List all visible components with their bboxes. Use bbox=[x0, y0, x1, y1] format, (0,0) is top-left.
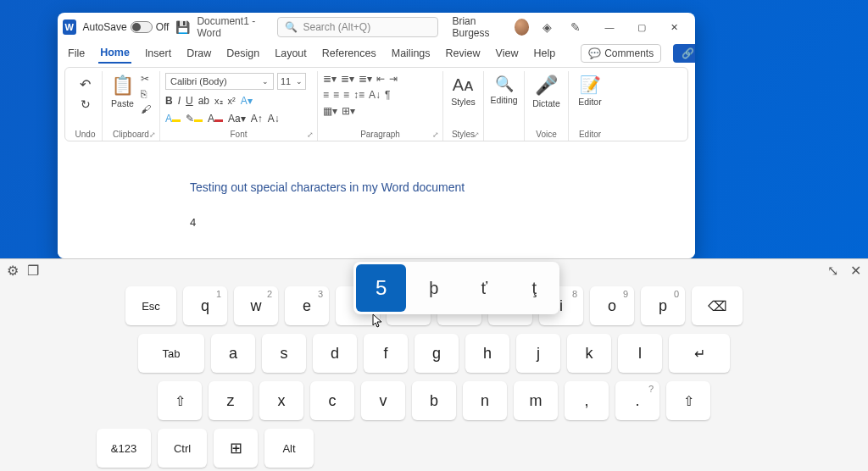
document-area[interactable]: Testing out special characters in my Wor… bbox=[58, 147, 695, 258]
font-size-dropdown[interactable]: 11⌄ bbox=[277, 73, 306, 90]
tab-mailings[interactable]: Mailings bbox=[390, 44, 432, 63]
keyboard-close-icon[interactable]: ✕ bbox=[850, 263, 861, 279]
key-k[interactable]: k bbox=[567, 334, 611, 373]
key-v[interactable]: v bbox=[361, 381, 405, 420]
tab-help[interactable]: Help bbox=[531, 44, 557, 63]
key-l[interactable]: l bbox=[618, 334, 662, 373]
italic-button[interactable]: I bbox=[178, 94, 181, 108]
key-m[interactable]: m bbox=[514, 381, 558, 420]
multilevel-button[interactable]: ≣▾ bbox=[359, 73, 372, 85]
key-n[interactable]: n bbox=[463, 381, 507, 420]
tab-file[interactable]: File bbox=[66, 44, 86, 63]
dictate-button[interactable]: 🎤 Dictate bbox=[529, 73, 564, 110]
launcher-icon[interactable]: ⤢ bbox=[473, 130, 480, 139]
increase-indent-button[interactable]: ⇥ bbox=[389, 73, 398, 85]
document-body[interactable]: 4 bbox=[190, 216, 614, 229]
tab-view[interactable]: View bbox=[494, 44, 520, 63]
key-q[interactable]: q1 bbox=[183, 286, 227, 325]
maximize-button[interactable]: ▢ bbox=[626, 13, 658, 42]
key-s[interactable]: s bbox=[262, 334, 306, 373]
change-case-button[interactable]: Aa▾ bbox=[228, 112, 246, 125]
tab-review[interactable]: Review bbox=[444, 44, 482, 63]
comments-button[interactable]: 💬 Comments bbox=[581, 44, 661, 63]
popup-option-ţ[interactable]: ţ bbox=[509, 262, 559, 314]
key-alt[interactable]: Alt bbox=[264, 429, 314, 468]
paste-button[interactable]: 📋 Paste bbox=[108, 73, 137, 110]
tab-draw[interactable]: Draw bbox=[185, 44, 213, 63]
key-f[interactable]: f bbox=[364, 334, 408, 373]
highlight-button[interactable]: ✎ bbox=[186, 112, 203, 125]
key-o[interactable]: o9 bbox=[590, 286, 634, 325]
font-name-dropdown[interactable]: Calibri (Body)⌄ bbox=[165, 73, 274, 90]
key-c[interactable]: c bbox=[310, 381, 354, 420]
tab-references[interactable]: References bbox=[320, 44, 378, 63]
key-a[interactable]: a bbox=[211, 334, 255, 373]
key-tab[interactable]: Tab bbox=[138, 334, 204, 373]
pen-icon[interactable]: ✎ bbox=[565, 20, 587, 34]
underline-button[interactable]: U bbox=[186, 94, 193, 108]
borders-button[interactable]: ⊞▾ bbox=[342, 105, 355, 117]
undo-icon[interactable]: ↶ bbox=[80, 76, 91, 92]
popup-option-ť[interactable]: ť bbox=[459, 262, 509, 314]
dock-icon[interactable]: ⤡ bbox=[827, 263, 838, 279]
save-icon[interactable]: 💾 bbox=[175, 20, 190, 34]
format-painter-icon[interactable]: 🖌 bbox=[141, 103, 151, 115]
align-left-button[interactable]: ≡ bbox=[323, 89, 329, 101]
styles-button[interactable]: Aᴀ Styles bbox=[448, 73, 479, 108]
share-button[interactable]: 🔗 Share bbox=[673, 44, 695, 63]
key-,[interactable]: , bbox=[565, 381, 609, 420]
sort-button[interactable]: A↓ bbox=[369, 89, 381, 101]
line-spacing-button[interactable]: ↕≡ bbox=[353, 89, 364, 101]
gear-icon[interactable]: ⚙ bbox=[7, 263, 19, 279]
key-z[interactable]: z bbox=[209, 381, 253, 420]
toggle-switch[interactable] bbox=[131, 21, 153, 33]
key-p[interactable]: p0 bbox=[641, 286, 685, 325]
key-.[interactable]: .? bbox=[615, 381, 659, 420]
key-j[interactable]: j bbox=[516, 334, 560, 373]
shading-button[interactable]: ▦▾ bbox=[323, 105, 337, 117]
strike-button[interactable]: ab bbox=[198, 94, 209, 108]
key-↵[interactable]: ↵ bbox=[669, 334, 730, 373]
shrink-font-button[interactable]: A↓ bbox=[268, 112, 280, 125]
key-ctrl[interactable]: Ctrl bbox=[158, 429, 207, 468]
minimize-button[interactable]: — bbox=[593, 13, 626, 42]
key-⇧[interactable]: ⇧ bbox=[666, 381, 710, 420]
redo-icon[interactable]: ↻ bbox=[81, 97, 91, 111]
account-name[interactable]: Brian Burgess bbox=[452, 15, 507, 39]
copy-icon[interactable]: ⎘ bbox=[141, 88, 151, 100]
key-⌫[interactable]: ⌫ bbox=[692, 286, 743, 325]
tab-layout[interactable]: Layout bbox=[273, 44, 309, 63]
launcher-icon[interactable]: ⤢ bbox=[149, 130, 156, 139]
diamond-icon[interactable]: ◈ bbox=[536, 20, 558, 34]
popup-option-þ[interactable]: þ bbox=[409, 262, 459, 314]
grow-font-button[interactable]: A↑ bbox=[251, 112, 263, 125]
key-h[interactable]: h bbox=[465, 334, 509, 373]
subscript-button[interactable]: x₂ bbox=[214, 94, 223, 108]
key-e[interactable]: e3 bbox=[285, 286, 329, 325]
autosave-toggle[interactable]: AutoSave Off bbox=[83, 21, 170, 33]
key-b[interactable]: b bbox=[412, 381, 456, 420]
avatar[interactable] bbox=[515, 19, 529, 36]
launcher-icon[interactable]: ⤢ bbox=[432, 130, 439, 139]
superscript-button[interactable]: x² bbox=[228, 94, 236, 108]
font-color2-button[interactable]: A bbox=[208, 112, 223, 125]
key-d[interactable]: d bbox=[313, 334, 357, 373]
decrease-indent-button[interactable]: ⇤ bbox=[376, 73, 385, 85]
bold-button[interactable]: B bbox=[165, 94, 173, 108]
numbering-button[interactable]: ≣▾ bbox=[341, 73, 354, 85]
search-box[interactable]: 🔍 Search (Alt+Q) bbox=[277, 17, 438, 37]
key-x[interactable]: x bbox=[259, 381, 303, 420]
align-right-button[interactable]: ≡ bbox=[343, 89, 349, 101]
key-⇧[interactable]: ⇧ bbox=[158, 381, 202, 420]
tab-design[interactable]: Design bbox=[225, 44, 261, 63]
tab-home[interactable]: Home bbox=[98, 43, 131, 64]
text-effects-button[interactable]: A▾ bbox=[241, 94, 253, 108]
launcher-icon[interactable]: ⤢ bbox=[307, 130, 314, 139]
align-center-button[interactable]: ≡ bbox=[333, 89, 339, 101]
key-w[interactable]: w2 bbox=[234, 286, 278, 325]
key-esc[interactable]: Esc bbox=[125, 286, 176, 325]
editor-button[interactable]: 📝 Editor bbox=[575, 73, 604, 108]
editing-button[interactable]: 🔍 Editing bbox=[487, 73, 520, 107]
document-heading[interactable]: Testing out special characters in my Wor… bbox=[190, 180, 614, 194]
popup-option-5[interactable]: 5 bbox=[356, 264, 406, 312]
